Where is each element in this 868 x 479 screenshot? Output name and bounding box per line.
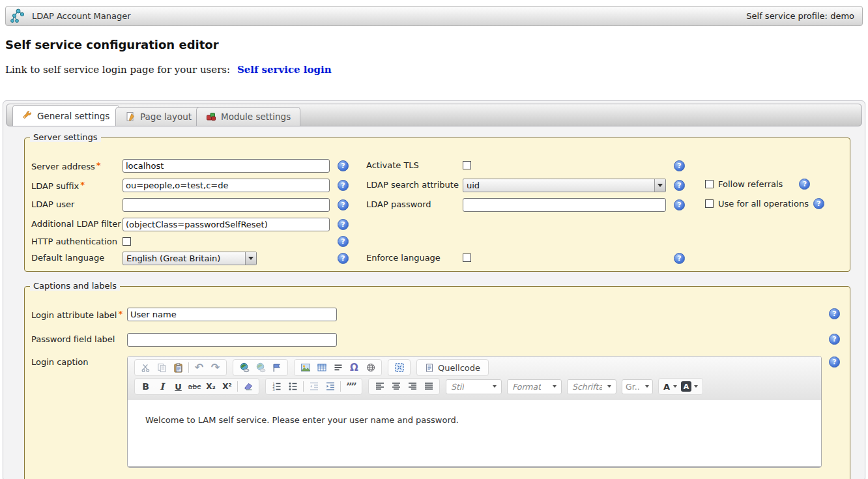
bold-button[interactable]: B — [137, 379, 154, 394]
dropdown-arrow-icon[interactable] — [245, 252, 256, 265]
align-right-icon[interactable] — [404, 379, 420, 394]
follow-referrals-checkbox[interactable] — [705, 180, 714, 188]
server-address-input[interactable] — [123, 159, 330, 173]
bullet-list-icon[interactable] — [285, 379, 301, 394]
align-left-icon[interactable] — [371, 379, 388, 394]
text-color-button[interactable]: A — [661, 379, 679, 394]
chevron-down-icon — [553, 385, 557, 388]
undo-icon[interactable]: ↶ — [191, 360, 207, 375]
http-authentication-checkbox[interactable] — [123, 237, 131, 246]
activate-tls-checkbox[interactable] — [463, 161, 471, 169]
help-icon[interactable]: ? — [674, 199, 685, 210]
help-icon[interactable]: ? — [674, 253, 685, 264]
copy-icon[interactable] — [154, 360, 170, 375]
ldap-password-label: LDAP password — [366, 198, 431, 211]
indent-icon[interactable] — [322, 379, 338, 394]
ldap-user-label: LDAP user — [31, 198, 74, 211]
blockquote-icon[interactable]: ”” — [343, 379, 359, 394]
special-char-icon[interactable]: Ω — [346, 360, 362, 375]
editor-resize-bar[interactable] — [128, 466, 821, 468]
help-icon[interactable]: ? — [674, 160, 685, 171]
password-field-label-input[interactable] — [127, 333, 337, 347]
tab-label: Module settings — [221, 111, 291, 122]
superscript-button[interactable]: X² — [219, 379, 235, 394]
default-language-select[interactable]: English (Great Britain) — [123, 252, 257, 265]
insert-table-icon[interactable] — [313, 360, 330, 375]
editor-content-area[interactable]: Welcome to LAM self service. Please ente… — [128, 399, 821, 466]
help-icon[interactable]: ? — [338, 253, 349, 264]
help-icon[interactable]: ? — [338, 236, 349, 247]
strikethrough-button[interactable]: abc — [186, 379, 203, 394]
additional-ldap-filter-input[interactable] — [123, 218, 330, 231]
use-for-all-operations-label: Use for all operations — [718, 199, 809, 209]
profile-indicator: Self service profile: demo — [746, 11, 854, 21]
horizontal-rule-icon[interactable] — [330, 360, 346, 375]
lam-logo-icon — [10, 8, 27, 25]
dropdown-arrow-icon[interactable] — [654, 179, 665, 192]
ldap-user-input[interactable] — [123, 198, 330, 212]
remove-format-eraser-icon[interactable] — [240, 379, 256, 394]
header-bar: LDAP Account Manager Self service profil… — [5, 6, 863, 26]
help-icon[interactable]: ? — [829, 334, 840, 345]
ldap-search-attribute-label: LDAP search attribute — [366, 179, 459, 192]
style-dropdown[interactable]: Stil — [446, 379, 502, 394]
underline-button[interactable]: U — [170, 379, 186, 394]
additional-ldap-filter-label: Additional LDAP filter — [31, 218, 121, 231]
help-icon[interactable]: ? — [799, 179, 810, 190]
tab-page-layout[interactable]: Page layout — [115, 107, 201, 126]
maximize-icon[interactable] — [391, 360, 407, 375]
font-size-dropdown[interactable]: Gr... — [622, 379, 653, 394]
help-icon[interactable]: ? — [338, 160, 349, 171]
ldap-password-input[interactable] — [463, 198, 666, 212]
remove-link-icon[interactable] — [252, 360, 268, 375]
italic-button[interactable]: I — [154, 379, 170, 394]
use-for-all-operations-checkbox[interactable] — [705, 199, 714, 208]
chevron-down-icon — [607, 385, 611, 388]
iframe-globe-icon[interactable] — [362, 360, 379, 375]
selected-option: uid — [463, 181, 654, 190]
tabs-panel: General settings Page layout — [3, 100, 865, 479]
numbered-list-icon[interactable]: 123 — [268, 379, 285, 394]
required-marker: * — [80, 180, 85, 190]
ldap-suffix-label: LDAP suffix* — [31, 179, 85, 192]
help-icon[interactable]: ? — [338, 199, 349, 210]
login-attribute-label-input[interactable] — [127, 308, 337, 321]
insert-image-icon[interactable] — [297, 360, 313, 375]
password-field-label-label: Password field label — [31, 333, 115, 346]
tab-module-settings[interactable]: Module settings — [196, 107, 300, 126]
tab-label: Page layout — [140, 111, 192, 122]
intro-text: Link to self service login page for your… — [5, 64, 230, 76]
use-for-all-operations-row: Use for all operations ? — [705, 198, 824, 209]
insert-link-icon[interactable] — [236, 360, 252, 375]
wrench-icon — [22, 111, 33, 121]
self-service-login-link[interactable]: Self service login — [237, 64, 332, 76]
subscript-button[interactable]: X₂ — [203, 379, 219, 394]
redo-icon[interactable]: ↷ — [207, 360, 224, 375]
tab-general-settings[interactable]: General settings — [12, 105, 119, 126]
modules-icon — [206, 111, 216, 122]
outdent-icon[interactable] — [306, 379, 322, 394]
login-attribute-label-label: Login attribute label* — [31, 308, 123, 321]
format-dropdown[interactable]: Format — [507, 379, 562, 394]
cut-icon[interactable] — [137, 360, 154, 375]
background-color-button[interactable]: A — [679, 379, 700, 394]
paste-icon[interactable] — [170, 360, 186, 375]
default-language-label: Default language — [31, 252, 104, 265]
help-icon[interactable]: ? — [829, 356, 840, 368]
follow-referrals-label: Follow referrals — [718, 179, 783, 189]
align-justify-icon[interactable] — [420, 379, 437, 394]
page-title: Self service configuration editor — [5, 38, 219, 51]
help-icon[interactable]: ? — [813, 198, 824, 209]
login-caption-label: Login caption — [31, 356, 88, 369]
help-icon[interactable]: ? — [338, 219, 349, 230]
help-icon[interactable]: ? — [674, 180, 685, 191]
anchor-flag-icon[interactable] — [268, 360, 285, 375]
enforce-language-checkbox[interactable] — [463, 254, 471, 262]
help-icon[interactable]: ? — [829, 308, 840, 319]
ldap-suffix-input[interactable] — [123, 179, 330, 192]
source-button[interactable]: Quellcode — [420, 360, 485, 375]
align-center-icon[interactable] — [388, 379, 404, 394]
help-icon[interactable]: ? — [338, 180, 349, 191]
ldap-search-attribute-select[interactable]: uid — [463, 179, 666, 192]
font-dropdown[interactable]: Schriftart — [567, 379, 616, 394]
